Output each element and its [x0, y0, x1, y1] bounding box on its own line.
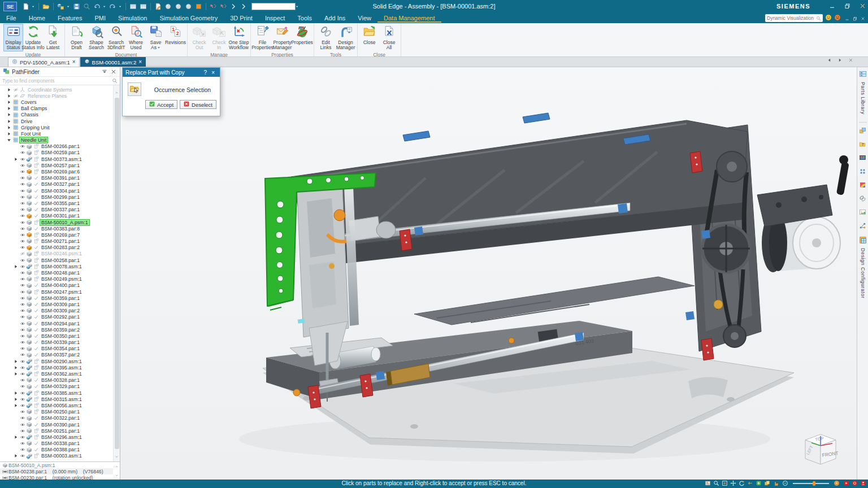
- tree-item-label[interactable]: BSM-00355.par:1: [40, 201, 81, 206]
- material-sphere-icon[interactable]: [184, 2, 193, 11]
- tree-row[interactable]: BSM-00390.par:1: [0, 421, 113, 428]
- tree-item-label[interactable]: BSM-00294.par:1: [40, 321, 81, 326]
- tree-row[interactable]: Coordinate Systems: [0, 86, 113, 93]
- tab-add-ins[interactable]: Add Ins: [318, 14, 351, 23]
- close-button[interactable]: [860, 1, 866, 11]
- assembly-3d-model[interactable]: 031 403: [120, 67, 857, 480]
- 3d-viewport[interactable]: 031 403 TOP LEFT FRONT: [120, 67, 857, 480]
- tree-row[interactable]: BSM-00257.par:1: [0, 162, 113, 168]
- tree-item-label[interactable]: BSM-00309.par:2: [40, 308, 81, 313]
- property-manager-button[interactable]: PropertyManager: [272, 24, 292, 51]
- tree-item-label[interactable]: BSM-00056.asm:1: [40, 403, 83, 408]
- eye-icon[interactable]: [19, 302, 26, 307]
- tab-scroll-right-icon[interactable]: [837, 55, 843, 65]
- doc-restore-button[interactable]: [853, 13, 857, 23]
- where-used-button[interactable]: WhereUsed: [126, 24, 146, 51]
- tree-row[interactable]: BSM-00301.par:1: [0, 213, 113, 219]
- touch-mode-icon[interactable]: [772, 480, 779, 486]
- tab-home[interactable]: Home: [23, 14, 51, 23]
- previous-view-icon[interactable]: [747, 480, 753, 486]
- add-window-icon[interactable]: [756, 480, 762, 486]
- close-icon[interactable]: ×: [209, 69, 217, 76]
- eye-icon[interactable]: [19, 346, 26, 351]
- tree-item-label[interactable]: BSM-00292.par:1: [40, 314, 81, 320]
- tree-row[interactable]: Covers: [0, 99, 113, 105]
- eye-icon[interactable]: [19, 434, 26, 440]
- tab-pmi[interactable]: PMI: [89, 14, 112, 23]
- doc-close-button[interactable]: [861, 13, 865, 23]
- expand-arrow-icon[interactable]: [12, 365, 19, 371]
- tree-item-label[interactable]: BSM-00296.asm:1: [40, 434, 83, 440]
- eye-icon[interactable]: [19, 226, 26, 232]
- tree-item-label[interactable]: BSM-00290.asm:1: [40, 359, 83, 364]
- more-commands-icon[interactable]: [229, 2, 238, 11]
- properties-button[interactable]: mvProperties: [292, 24, 312, 46]
- tree-row[interactable]: BSM-00327.par:1: [0, 181, 113, 188]
- eye-icon[interactable]: [19, 258, 26, 263]
- tree-row[interactable]: BSM-00250.par:1: [0, 409, 113, 415]
- tree-row[interactable]: BSM-00338.par:1: [0, 441, 113, 447]
- pan-icon[interactable]: [730, 480, 736, 486]
- tree-row[interactable]: BSM-00388.par:1: [0, 447, 113, 453]
- expand-arrow-icon[interactable]: [6, 99, 12, 105]
- tab-scroll-left-icon[interactable]: [827, 55, 832, 65]
- standard-parts-icon[interactable]: [859, 127, 866, 134]
- tree-row[interactable]: BSM-00322.par:1: [0, 415, 113, 421]
- eye-icon[interactable]: [19, 453, 26, 459]
- tree-item-label[interactable]: Drive: [20, 119, 33, 124]
- more-commands-icon[interactable]: [240, 2, 248, 11]
- select-tool-icon[interactable]: [209, 2, 218, 11]
- tree-item-label[interactable]: BSM-00299.par:1: [40, 194, 81, 200]
- tree-row[interactable]: BSM-00269.par:6: [0, 168, 113, 175]
- feedback-unhappy-icon[interactable]: [834, 13, 841, 23]
- design-manager-button[interactable]: DesignManager: [336, 24, 355, 51]
- tree-item-label[interactable]: BSM-00373.asm:1: [40, 156, 83, 162]
- tree-row[interactable]: BSM-00328.par:1: [0, 377, 113, 384]
- eye-icon[interactable]: [19, 390, 26, 396]
- tree-row[interactable]: Gripping Unit: [0, 124, 113, 130]
- tree-item-label[interactable]: BSM-00246.psm:1: [40, 251, 83, 256]
- print-preview-icon[interactable]: [83, 2, 91, 11]
- check-in-button[interactable]: CheckIn: [209, 24, 229, 51]
- chevron-down-icon[interactable]: [67, 1, 71, 11]
- eye-icon[interactable]: [19, 428, 26, 434]
- tab-tools[interactable]: Tools: [291, 14, 318, 23]
- save-group-icon[interactable]: [57, 2, 65, 11]
- tree-item-label[interactable]: BSM-00339.par:1: [40, 339, 81, 345]
- eye-icon[interactable]: [19, 289, 26, 295]
- expand-arrow-icon[interactable]: [6, 131, 12, 137]
- tree-row[interactable]: BSM-00283.par:2: [0, 245, 113, 251]
- tree-row[interactable]: BSM-00337.par:1: [0, 207, 113, 213]
- tree-item-label[interactable]: BSM-00301.par:1: [40, 213, 81, 219]
- tree-item-label[interactable]: BSM-00391.par:1: [40, 175, 81, 181]
- tree-row[interactable]: BSM-00362.asm:1: [0, 371, 113, 377]
- tree-item-label[interactable]: BSM-00383.par:8: [40, 226, 81, 232]
- tree-row[interactable]: BSM-00248.par:1: [0, 269, 113, 276]
- edit-links-button[interactable]: EditLinks: [316, 24, 336, 51]
- parts-library-tab[interactable]: Parts Library: [859, 70, 867, 115]
- sensors-icon[interactable]: [859, 168, 866, 175]
- rotate-view-icon[interactable]: [739, 480, 745, 486]
- eye-icon[interactable]: [19, 201, 26, 206]
- chevron-down-icon[interactable]: [103, 1, 107, 11]
- tree-item-label[interactable]: BSM-00350.par:1: [40, 333, 81, 339]
- eye-icon[interactable]: [19, 251, 26, 256]
- tree-item-label[interactable]: BSM-00327.par:1: [40, 181, 81, 187]
- tree-row[interactable]: BSM-00354.par:1: [0, 346, 113, 352]
- tree-item-label[interactable]: Coordinate Systems: [27, 87, 73, 93]
- tree-item-label[interactable]: BSM-00309.par:1: [40, 302, 81, 307]
- tab-close-icon[interactable]: [848, 55, 853, 65]
- expand-arrow-icon[interactable]: [6, 106, 12, 111]
- tree-row[interactable]: BSM-00385.asm:1: [0, 390, 113, 396]
- eye-icon[interactable]: [19, 169, 26, 175]
- image-browser-icon[interactable]: [859, 208, 866, 216]
- component-search-input[interactable]: [2, 78, 112, 84]
- eye-icon[interactable]: [19, 194, 26, 200]
- tree-row[interactable]: BSM-50010_A.psm:1: [0, 219, 113, 225]
- tree-item-label[interactable]: BSM-00259.par:1: [40, 150, 81, 155]
- close-all-button[interactable]: CloseAll: [379, 24, 399, 51]
- eye-icon[interactable]: [19, 270, 26, 276]
- tree-item-label[interactable]: BSM-00354.par:1: [40, 346, 81, 351]
- tree-item-label[interactable]: BSM-00283.par:2: [40, 245, 81, 250]
- select-tool-alt-icon[interactable]: [219, 2, 228, 11]
